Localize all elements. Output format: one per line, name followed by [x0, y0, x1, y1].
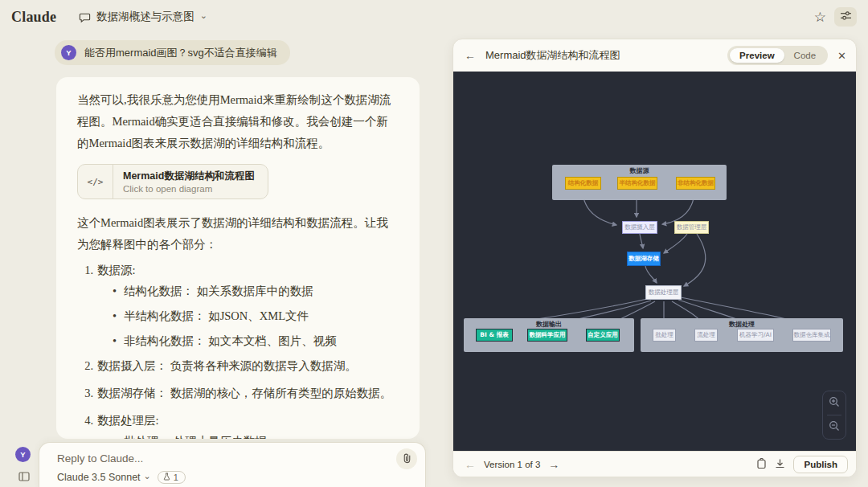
claude-logo: Claude: [11, 9, 56, 26]
node-lake-storage: 数据湖存储: [627, 252, 661, 266]
chat-title-menu[interactable]: 数据湖概述与示意图 ⌄: [79, 10, 207, 24]
node-machine-learning: 机器学习/AI: [737, 329, 774, 342]
list-bullet: 结构化数据： 如关系数据库中的数据: [113, 281, 399, 301]
explanation-list: 1.数据源: 结构化数据： 如关系数据库中的数据 半结构化数据： 如JSON、X…: [77, 260, 399, 439]
node-custom-app: 自定义应用: [586, 329, 620, 342]
assistant-explain: 这个Mermaid图表展示了数据湖的详细结构和数据流程。让我为您解释图中的各个部…: [77, 212, 399, 256]
user-avatar: Y: [61, 45, 76, 60]
chat-bubble-icon: [79, 11, 91, 23]
content-count-pill[interactable]: 1: [158, 471, 186, 484]
download-icon: [775, 458, 785, 471]
subgraph-outputs-label: 数据输出: [464, 320, 634, 329]
sliders-icon: [840, 10, 852, 23]
clipboard-icon: [756, 458, 767, 471]
previous-version-button[interactable]: ←: [465, 459, 476, 470]
tab-preview[interactable]: Preview: [730, 48, 784, 63]
artifact-panel-footer: ← Version 1 of 3 → Publish: [453, 451, 856, 477]
copy-button[interactable]: [756, 458, 767, 471]
flask-icon: [163, 473, 170, 482]
mermaid-diagram-canvas[interactable]: 数据源 数据输出 数据处理 结构化数据 半结构化数据 非结构化数据 数据摄入层 …: [453, 72, 856, 451]
list-bullet: 半结构化数据： 如JSON、XML文件: [113, 306, 399, 326]
model-selector[interactable]: Claude 3.5 Sonnet ⌄: [57, 472, 151, 483]
user-message-bubble: Y 能否用mermaid画图？svg不适合直接编辑: [55, 40, 290, 65]
node-unstructured-data: 非结构化数据: [676, 177, 715, 190]
zoom-out-icon: [829, 420, 840, 434]
download-button[interactable]: [775, 458, 785, 471]
close-button[interactable]: ✕: [837, 51, 846, 61]
zoom-in-icon: [829, 396, 840, 410]
paperclip-icon: [402, 452, 412, 466]
zoom-in-button[interactable]: [823, 391, 845, 415]
list-item: 1.数据源: 结构化数据： 如关系数据库中的数据 半结构化数据： 如JSON、X…: [77, 260, 399, 351]
settings-sliders-button[interactable]: [834, 7, 857, 27]
node-structured-data: 结构化数据: [565, 177, 601, 190]
artifact-card-subtitle: Click to open diagram: [123, 184, 255, 194]
node-warehouse-integration: 数据仓库集成: [792, 329, 831, 342]
star-button[interactable]: ☆: [814, 10, 826, 24]
chevron-down-icon: ⌄: [200, 11, 207, 20]
content-count: 1: [174, 473, 178, 482]
node-semi-structured-data: 半结构化数据: [617, 177, 657, 190]
node-batch-processing: 批处理: [653, 329, 676, 342]
node-governance-layer: 数据管理层: [674, 221, 709, 234]
next-version-button[interactable]: →: [548, 459, 559, 470]
version-indicator: Version 1 of 3: [484, 460, 540, 469]
subgraph-sources-label: 数据源: [552, 166, 727, 175]
sidebar-toggle-button[interactable]: [18, 472, 30, 484]
reply-input[interactable]: [57, 452, 362, 464]
publish-button[interactable]: Publish: [793, 456, 848, 473]
code-icon: </>: [78, 165, 113, 198]
claude-app: Claude 数据湖概述与示意图 ⌄ ☆: [0, 0, 868, 487]
composer: Claude 3.5 Sonnet ⌄ 1: [39, 442, 426, 487]
sidebar-icon: [18, 472, 30, 484]
artifact-panel: ← Mermaid数据湖结构和流程图 Preview Code ✕: [452, 39, 857, 477]
node-data-science-app: 数据科学应用: [527, 329, 567, 342]
tab-code[interactable]: Code: [784, 48, 826, 63]
list-item: 3.数据湖存储： 数据湖的核心，存储所有类型的原始数据。: [77, 383, 399, 403]
node-processing-layer: 数据处理层: [645, 285, 682, 300]
subgraph-processing-label: 数据处理: [641, 320, 843, 329]
user-avatar-small: Y: [15, 447, 31, 462]
zoom-controls: [822, 391, 846, 440]
preview-code-toggle: Preview Code: [727, 46, 828, 65]
list-item: 2.数据摄入层： 负责将各种来源的数据导入数据湖。: [77, 356, 399, 376]
artifact-card-title: Mermaid数据湖结构和流程图: [123, 170, 255, 183]
user-message-row: Y 能否用mermaid画图？svg不适合直接编辑: [55, 40, 290, 65]
list-item: 4.数据处理层: 批处理： 处理大量历史数据 流处理： 实时处理传入的数据流 机…: [77, 411, 399, 439]
node-bi-reports: BI & 报表: [476, 329, 513, 342]
back-button[interactable]: ←: [465, 50, 476, 61]
assistant-intro: 当然可以,我很乐意为您使用Mermaid来重新绘制这个数据湖流程图。Mermai…: [77, 89, 399, 154]
chevron-down-icon: ⌄: [144, 472, 151, 481]
attach-button[interactable]: [396, 448, 417, 469]
node-stream-processing: 流处理: [694, 329, 718, 342]
node-ingestion-layer: 数据摄入层: [622, 221, 657, 234]
user-message-text: 能否用mermaid画图？svg不适合直接编辑: [84, 46, 277, 60]
assistant-message-card: 当然可以,我很乐意为您使用Mermaid来重新绘制这个数据湖流程图。Mermai…: [56, 77, 420, 439]
artifact-panel-header: ← Mermaid数据湖结构和流程图 Preview Code ✕: [453, 39, 856, 72]
artifact-title: Mermaid数据湖结构和流程图: [485, 48, 620, 63]
chat-title: 数据湖概述与示意图: [96, 10, 194, 24]
list-bullet: 非结构化数据： 如文本文档、图片、视频: [113, 331, 399, 351]
model-name: Claude 3.5 Sonnet: [57, 472, 141, 483]
artifact-preview-card[interactable]: </> Mermaid数据湖结构和流程图 Click to open diagr…: [77, 164, 268, 199]
zoom-out-button[interactable]: [823, 415, 845, 439]
list-bullet: 批处理： 处理大量历史数据: [113, 432, 399, 439]
app-header: Claude 数据湖概述与示意图 ⌄ ☆: [0, 0, 868, 34]
